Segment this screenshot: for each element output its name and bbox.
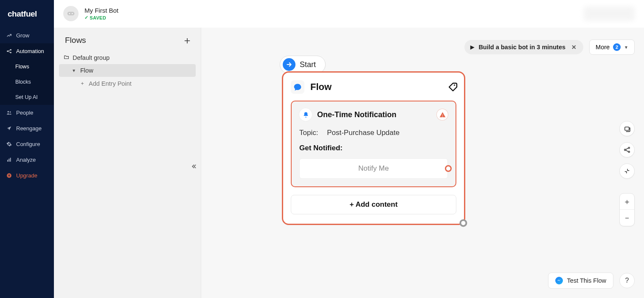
collapse-panel-button[interactable] <box>191 163 197 171</box>
flows-panel: Flows ＋ Default group ▾ Flow ＋ Add Entry… <box>54 28 201 298</box>
notify-me-label: Notify Me <box>358 164 389 173</box>
flow-card-title: Flow <box>310 82 440 93</box>
start-node[interactable]: Start <box>280 56 326 73</box>
add-content-label: + Add content <box>349 200 397 209</box>
check-icon: ✓ <box>84 15 88 20</box>
reengage-icon <box>6 126 12 131</box>
flows-title: Flows <box>65 36 86 45</box>
notification-block[interactable]: One-Time Notification Topic: Post-Purcha… <box>291 101 456 187</box>
sidebar-label: Upgrade <box>16 172 37 179</box>
layout-button[interactable] <box>619 142 635 157</box>
tree-group[interactable]: Default group <box>59 51 196 64</box>
svg-point-2 <box>10 52 11 53</box>
sidebar-label: People <box>16 110 33 116</box>
output-port[interactable] <box>445 165 452 172</box>
bot-avatar[interactable] <box>63 6 79 21</box>
help-button[interactable]: ? <box>619 273 635 288</box>
start-label: Start <box>300 60 316 69</box>
svg-rect-9 <box>67 12 75 15</box>
sidebar-sub-label: Blocks <box>15 79 31 85</box>
people-icon <box>6 110 12 115</box>
zoom-in-button[interactable]: ＋ <box>620 194 634 210</box>
grow-icon <box>6 33 12 38</box>
main-sidebar: chatfuel Grow Automation Flows Blocks Se… <box>0 0 54 298</box>
svg-rect-13 <box>624 127 629 130</box>
sidebar-sub-blocks[interactable]: Blocks <box>0 74 54 90</box>
flow-canvas[interactable]: ▶ Build a basic bot in 3 minutes ✕ More … <box>201 28 644 298</box>
topic-row: Topic: Post-Purchase Update <box>299 129 448 137</box>
upgrade-icon <box>6 173 12 178</box>
more-count-badge: 2 <box>613 43 621 51</box>
test-flow-button[interactable]: Test This Flow <box>548 273 613 289</box>
svg-point-3 <box>7 111 8 112</box>
sidebar-item-configure[interactable]: Configure <box>0 136 54 152</box>
card-output-port[interactable] <box>459 219 467 227</box>
svg-point-12 <box>454 84 455 86</box>
saved-badge: ✓ SAVED <box>84 15 118 20</box>
sidebar-sub-label: Set Up AI <box>15 94 38 100</box>
svg-rect-6 <box>8 159 9 162</box>
topic-value: Post-Purchase Update <box>327 129 399 137</box>
chat-icon <box>291 80 304 94</box>
close-icon[interactable]: ✕ <box>570 44 577 51</box>
notify-me-button[interactable]: Notify Me <box>299 158 448 179</box>
add-entry-point[interactable]: ＋ Add Entry Point <box>59 77 196 90</box>
sidebar-label: Configure <box>16 141 40 147</box>
zoom-out-button[interactable]: － <box>620 210 634 226</box>
sidebar-label: Automation <box>16 48 44 54</box>
sidebar-item-automation[interactable]: Automation <box>0 43 54 59</box>
saved-label: SAVED <box>90 15 106 20</box>
warning-icon[interactable] <box>437 109 448 120</box>
sidebar-sub-setupai[interactable]: Set Up AI <box>0 90 54 105</box>
topic-label: Topic: <box>299 129 318 137</box>
canvas-rail: ＋ － <box>619 121 635 226</box>
svg-point-0 <box>7 51 8 52</box>
svg-point-11 <box>72 13 73 14</box>
notification-title: One-Time Notification <box>317 110 432 119</box>
plus-icon: ＋ <box>79 80 85 87</box>
sidebar-item-people[interactable]: People <box>0 105 54 121</box>
svg-rect-5 <box>7 160 8 162</box>
add-flow-button[interactable]: ＋ <box>182 35 192 45</box>
analyze-icon <box>6 157 12 163</box>
bell-icon <box>299 108 312 121</box>
more-button[interactable]: More 2 ▼ <box>589 39 635 55</box>
tag-icon[interactable] <box>445 82 458 92</box>
arrow-right-icon <box>283 58 295 71</box>
gear-icon <box>6 141 12 147</box>
add-content-button[interactable]: + Add content <box>291 195 456 214</box>
svg-point-4 <box>9 111 11 112</box>
more-label: More <box>596 44 610 51</box>
sidebar-sub-flows[interactable]: Flows <box>0 59 54 74</box>
sidebar-item-reengage[interactable]: Reengage <box>0 121 54 136</box>
sidebar-label: Reengage <box>16 125 42 132</box>
help-label: ? <box>625 277 629 284</box>
tree-group-label: Default group <box>73 54 110 61</box>
sidebar-item-grow[interactable]: Grow <box>0 28 54 43</box>
sidebar-label: Grow <box>16 32 29 39</box>
sidebar-item-upgrade[interactable]: Upgrade <box>0 168 54 183</box>
user-menu[interactable] <box>584 6 635 21</box>
svg-point-16 <box>628 151 630 152</box>
messenger-icon <box>555 277 563 284</box>
svg-point-15 <box>628 147 630 149</box>
fit-view-button[interactable] <box>619 121 635 136</box>
caret-down-icon: ▾ <box>71 67 77 73</box>
svg-point-10 <box>69 13 70 14</box>
brand-logo: chatfuel <box>0 0 54 28</box>
sidebar-item-analyze[interactable]: Analyze <box>0 152 54 168</box>
folder-icon <box>63 55 69 61</box>
tip-label: Build a basic bot in 3 minutes <box>478 44 565 51</box>
automation-icon <box>6 48 12 54</box>
flow-card[interactable]: Flow One-Time Notification Topic: Post-P… <box>282 71 465 225</box>
add-entry-label: Add Entry Point <box>89 80 132 87</box>
tip-pill[interactable]: ▶ Build a basic bot in 3 minutes ✕ <box>464 40 583 54</box>
sidebar-sub-label: Flows <box>15 64 29 70</box>
tree-flow[interactable]: ▾ Flow <box>59 64 196 77</box>
top-header: My First Bot ✓ SAVED <box>54 0 644 28</box>
bot-title: My First Bot <box>84 7 118 14</box>
svg-rect-7 <box>10 158 11 162</box>
minimize-button[interactable] <box>619 163 635 179</box>
test-flow-label: Test This Flow <box>567 277 606 284</box>
sidebar-label: Analyze <box>16 157 36 163</box>
